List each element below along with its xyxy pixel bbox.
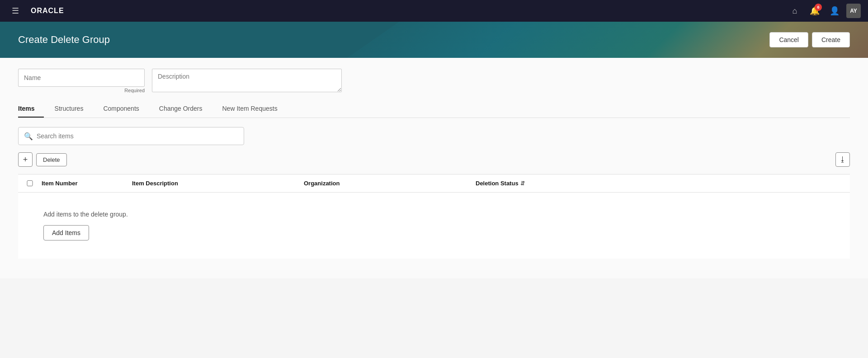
col-header-deletion-status: Deletion Status ⇵ bbox=[476, 180, 525, 187]
description-field-wrapper bbox=[152, 69, 342, 93]
add-items-button[interactable]: Add Items bbox=[43, 225, 89, 240]
name-input[interactable] bbox=[18, 69, 145, 87]
items-table: Item Number Item Description Organizatio… bbox=[18, 174, 850, 259]
tab-change-orders[interactable]: Change Orders bbox=[159, 100, 212, 118]
search-input[interactable] bbox=[37, 132, 238, 140]
page-header: Create Delete Group Cancel Create bbox=[0, 22, 868, 58]
tab-content-items: 🔍 + Delete ⭳ Item Number Item Descriptio… bbox=[18, 118, 850, 268]
tab-items[interactable]: Items bbox=[18, 100, 44, 118]
person-icon: 👤 bbox=[830, 6, 840, 16]
toolbar-left: + Delete bbox=[18, 152, 67, 167]
add-row-button[interactable]: + bbox=[18, 152, 33, 167]
download-icon: ⭳ bbox=[839, 155, 846, 164]
notifications-button[interactable]: 🔔 6 bbox=[807, 3, 823, 19]
col-header-item-description: Item Description bbox=[132, 180, 304, 187]
notification-badge: 6 bbox=[815, 4, 822, 11]
table-header-row: Item Number Item Description Organizatio… bbox=[18, 174, 850, 193]
oracle-logo: ORACLE bbox=[31, 7, 64, 15]
tab-components[interactable]: Components bbox=[103, 100, 148, 118]
export-button[interactable]: ⭳ bbox=[835, 152, 850, 167]
col-header-item-number: Item Number bbox=[42, 180, 132, 187]
content-area: Required Items Structures Components Cha… bbox=[0, 58, 868, 278]
name-field-wrapper: Required bbox=[18, 69, 145, 93]
cancel-button[interactable]: Cancel bbox=[769, 32, 808, 47]
empty-state: Add items to the delete group. Add Items bbox=[18, 193, 850, 259]
select-all-checkbox[interactable] bbox=[25, 180, 34, 186]
top-nav: ☰ ORACLE ⌂ 🔔 6 👤 AY bbox=[0, 0, 868, 22]
search-icon: 🔍 bbox=[24, 132, 33, 141]
search-container: 🔍 bbox=[18, 127, 244, 145]
delete-button[interactable]: Delete bbox=[36, 153, 67, 166]
tab-new-item-requests[interactable]: New Item Requests bbox=[222, 100, 287, 118]
plus-icon: + bbox=[23, 155, 28, 165]
toolbar: + Delete ⭳ bbox=[18, 152, 850, 167]
tab-structures[interactable]: Structures bbox=[55, 100, 93, 118]
create-button[interactable]: Create bbox=[812, 32, 850, 47]
nav-left: ☰ ORACLE bbox=[7, 3, 64, 19]
home-button[interactable]: ⌂ bbox=[787, 3, 803, 19]
tabs-container: Items Structures Components Change Order… bbox=[18, 100, 850, 118]
description-input[interactable] bbox=[152, 69, 342, 92]
header-actions: Cancel Create bbox=[769, 32, 850, 47]
page-title: Create Delete Group bbox=[18, 34, 110, 46]
nav-right: ⌂ 🔔 6 👤 AY bbox=[787, 3, 861, 19]
sort-icon[interactable]: ⇵ bbox=[520, 180, 525, 187]
col-header-organization: Organization bbox=[304, 180, 476, 187]
home-icon: ⌂ bbox=[793, 6, 797, 16]
avatar[interactable]: AY bbox=[846, 4, 861, 18]
empty-state-text: Add items to the delete group. bbox=[43, 211, 825, 218]
form-row: Required bbox=[18, 69, 850, 93]
required-label: Required bbox=[18, 88, 145, 93]
hamburger-menu-button[interactable]: ☰ bbox=[7, 3, 24, 19]
profile-button[interactable]: 👤 bbox=[826, 3, 843, 19]
